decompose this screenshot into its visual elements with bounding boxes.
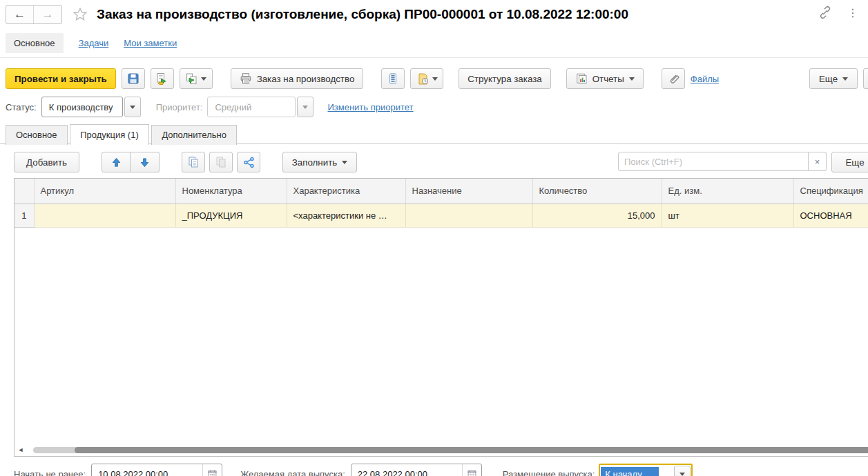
favorite-star-icon[interactable]	[72, 6, 88, 23]
get-link-icon[interactable]	[818, 6, 832, 19]
grid-more-label: Еще	[845, 157, 864, 168]
fill-button[interactable]: Заполнить	[282, 152, 357, 172]
move-up-button[interactable]	[102, 152, 131, 172]
reports-label: Отчеты	[592, 74, 624, 84]
scroll-left-arrow[interactable]: ◄	[17, 446, 25, 454]
copy-row-button[interactable]	[182, 152, 205, 172]
col-characteristic[interactable]: Характеристика	[287, 179, 405, 204]
desired-date-label: Желаемая дата выпуска:	[240, 469, 345, 476]
more-menu-icon[interactable]: ⋮	[845, 6, 861, 19]
print-order-button[interactable]: Заказ на производство	[231, 68, 364, 89]
calendar-icon[interactable]	[462, 464, 481, 476]
page-title: Заказ на производство (изготовление, сбо…	[97, 7, 628, 22]
search-group: ×	[618, 152, 827, 171]
registers-button[interactable]	[381, 68, 405, 89]
start-date-label: Начать не ранее:	[14, 469, 86, 476]
calendar-icon[interactable]	[202, 464, 222, 476]
post-document-icon	[155, 72, 168, 86]
files-link[interactable]: Файлы	[691, 74, 719, 84]
start-date-field[interactable]: 10.08.2022 00:00	[91, 464, 222, 476]
cell-articul[interactable]	[34, 204, 175, 227]
create-based-on-button[interactable]	[180, 68, 213, 89]
products-grid: Артикул Номенклатура Характеристика Назн…	[14, 178, 868, 457]
dropdown-caret	[432, 77, 438, 81]
paste-icon	[215, 156, 227, 168]
paperclip-icon	[667, 72, 679, 85]
add-row-button[interactable]: Добавить	[14, 152, 79, 172]
priority-label: Приоритет:	[156, 102, 203, 112]
dropdown-caret	[629, 77, 635, 81]
status-dropdown-button[interactable]	[124, 97, 141, 117]
help-button-cut[interactable]	[863, 68, 868, 89]
more-label: Еще	[819, 74, 838, 84]
cell-specification[interactable]: ОСНОВНАЯ	[793, 204, 868, 227]
horizontal-scrollbar[interactable]: ◄	[17, 446, 868, 454]
production-order-window: ← → Заказ на производство (изготовление,…	[0, 0, 868, 476]
back-button[interactable]: ←	[6, 6, 34, 23]
cell-rownum[interactable]: 1	[15, 204, 34, 227]
col-articul[interactable]: Артикул	[34, 179, 175, 204]
desired-date-value[interactable]: 22.08.2022 00:00	[351, 469, 462, 476]
status-value[interactable]: К производству	[41, 97, 123, 117]
move-down-button[interactable]	[131, 152, 160, 172]
col-purpose[interactable]: Назначение	[405, 179, 532, 204]
report-chart-icon	[575, 72, 588, 85]
schedule-button[interactable]	[410, 68, 443, 89]
attachments-button[interactable]	[662, 68, 685, 89]
tab-extra[interactable]: Дополнительно	[151, 125, 237, 145]
col-nomenclature[interactable]: Номенклатура	[175, 179, 287, 204]
start-date-value[interactable]: 10.08.2022 00:00	[92, 469, 202, 476]
scrollbar-thumb[interactable]	[75, 447, 868, 453]
dropdown-caret	[842, 77, 848, 81]
share-structure-button[interactable]	[237, 152, 260, 172]
save-button[interactable]	[122, 68, 145, 89]
cell-characteristic[interactable]: <характеристики не …	[287, 204, 405, 227]
clear-search-button[interactable]: ×	[809, 152, 827, 171]
printer-icon	[240, 72, 252, 85]
post-document-button[interactable]	[151, 68, 174, 89]
save-icon	[127, 72, 139, 85]
footer-fields: Начать не ранее: 10.08.2022 00:00 Желаем…	[0, 462, 868, 476]
placement-label: Размещение выпуска:	[503, 469, 595, 476]
search-input[interactable]	[618, 152, 809, 171]
col-specification[interactable]: Спецификация	[793, 179, 868, 204]
change-priority-link[interactable]: Изменить приоритет	[327, 102, 413, 112]
share-icon	[243, 157, 255, 168]
cell-nomenclature[interactable]: _ПРОДУКЦИЯ	[175, 204, 287, 227]
paste-row-button-disabled	[209, 152, 233, 172]
post-and-close-button[interactable]: Провести и закрыть	[6, 68, 116, 89]
status-combobox[interactable]: К производству	[41, 97, 141, 117]
order-structure-button[interactable]: Структура заказа	[459, 68, 550, 89]
dropdown-caret	[342, 161, 347, 164]
cell-unit[interactable]: шт	[662, 204, 793, 227]
placement-dropdown-button[interactable]	[674, 466, 691, 476]
status-row: Статус: К производству Приоритет: Средни…	[0, 95, 868, 119]
scrollbar-track[interactable]	[25, 447, 868, 453]
create-based-on-icon	[185, 72, 198, 86]
tab-main[interactable]: Основное	[6, 125, 68, 145]
nav-item-tasks[interactable]: Задачи	[79, 38, 109, 48]
nav-item-notes[interactable]: Мои заметки	[124, 38, 177, 48]
grid-more-button[interactable]: Еще	[831, 152, 868, 172]
document-clock-icon	[416, 72, 430, 86]
col-unit[interactable]: Ед. изм.	[662, 179, 793, 204]
placement-combobox[interactable]: К началу	[599, 464, 693, 476]
dropdown-caret	[201, 77, 206, 81]
navigation-row: Основное Задачи Мои заметки	[0, 29, 868, 58]
col-quantity[interactable]: Количество	[532, 179, 662, 204]
arrow-up-icon	[111, 157, 122, 168]
desired-date-field[interactable]: 22.08.2022 00:00	[351, 464, 482, 476]
table-row[interactable]: 1 _ПРОДУКЦИЯ <характеристики не … 15,000…	[15, 204, 868, 227]
nav-item-main[interactable]: Основное	[6, 33, 64, 53]
toolbar-more-button[interactable]: Еще	[809, 68, 858, 89]
tab-products[interactable]: Продукция (1)	[70, 124, 149, 145]
reports-button[interactable]: Отчеты	[566, 68, 644, 89]
forward-button[interactable]: →	[34, 6, 61, 23]
cell-purpose[interactable]	[405, 204, 532, 227]
copy-icon	[187, 156, 200, 168]
col-rownum[interactable]	[15, 179, 34, 204]
cell-quantity[interactable]: 15,000	[532, 204, 662, 227]
placement-value-selected[interactable]: К началу	[601, 467, 659, 476]
status-label: Статус:	[6, 102, 37, 112]
tab-strip: Основное Продукция (1) Дополнительно	[0, 124, 868, 144]
